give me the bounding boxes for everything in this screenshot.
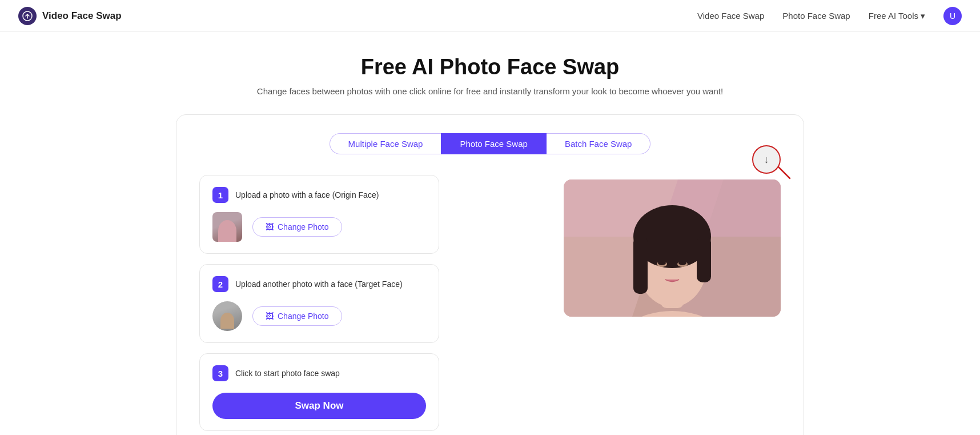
nav-video-face-swap[interactable]: Video Face Swap: [697, 11, 764, 21]
svg-point-16: [658, 261, 666, 265]
step-2-num: 2: [212, 276, 228, 292]
step-2-content: 🖼 Change Photo: [212, 301, 426, 331]
step-1-header: 1 Upload a photo with a face (Origin Fac…: [212, 187, 426, 203]
nav-photo-face-swap[interactable]: Photo Face Swap: [782, 11, 850, 21]
step-2-box: 2 Upload another photo with a face (Targ…: [199, 264, 439, 343]
target-face-thumbnail: [212, 301, 242, 331]
step-3-num: 3: [212, 365, 228, 381]
image-icon-1: 🖼: [266, 222, 274, 232]
page-title: Free AI Photo Face Swap: [361, 55, 620, 79]
nav-free-ai-tools[interactable]: Free AI Tools ▾: [869, 11, 925, 21]
chevron-down-icon: ▾: [921, 11, 925, 21]
tabs-row: Multiple Face Swap Photo Face Swap Batch…: [199, 133, 781, 154]
logo-icon: [18, 7, 37, 25]
main-card: Multiple Face Swap Photo Face Swap Batch…: [176, 114, 804, 435]
two-col-layout: 1 Upload a photo with a face (Origin Fac…: [199, 175, 781, 431]
step-1-label: Upload a photo with a face (Origin Face): [235, 190, 379, 199]
svg-point-17: [678, 261, 686, 265]
left-col: 1 Upload a photo with a face (Origin Fac…: [199, 175, 439, 431]
logo-title: Video Face Swap: [42, 10, 122, 22]
step-2-label: Upload another photo with a face (Target…: [235, 280, 403, 289]
download-icon: ↓: [764, 154, 769, 166]
step-2-header: 2 Upload another photo with a face (Targ…: [212, 276, 426, 292]
nav: Video Face Swap Photo Face Swap Free AI …: [697, 7, 962, 25]
step-3-header: 3 Click to start photo face swap: [212, 365, 426, 381]
tab-photo-face-swap[interactable]: Photo Face Swap: [441, 133, 546, 154]
tab-batch-face-swap[interactable]: Batch Face Swap: [547, 133, 651, 154]
change-photo-btn-1[interactable]: 🖼 Change Photo: [252, 217, 342, 237]
header: Video Face Swap Video Face Swap Photo Fa…: [0, 0, 980, 32]
swap-now-button[interactable]: Swap Now: [212, 393, 426, 419]
step-3-box: 3 Click to start photo face swap Swap No…: [199, 353, 439, 431]
result-image-svg: [564, 179, 781, 317]
page-subtitle: Change faces between photos with one cli…: [257, 86, 723, 96]
step-3-label: Click to start photo face swap: [235, 369, 340, 378]
svg-rect-12: [633, 237, 648, 294]
origin-face-thumbnail: [212, 212, 242, 242]
step-1-content: 🖼 Change Photo: [212, 212, 426, 242]
download-button[interactable]: ↓: [752, 145, 781, 174]
svg-rect-13: [697, 237, 711, 282]
step-1-box: 1 Upload a photo with a face (Origin Fac…: [199, 175, 439, 254]
result-image: [564, 179, 781, 317]
step-1-num: 1: [212, 187, 228, 203]
tab-multiple-face-swap[interactable]: Multiple Face Swap: [330, 133, 441, 154]
right-col: ↓: [467, 175, 781, 317]
image-icon-2: 🖼: [266, 312, 274, 321]
user-avatar[interactable]: U: [943, 7, 962, 25]
change-photo-btn-2[interactable]: 🖼 Change Photo: [252, 306, 342, 326]
main-content: Free AI Photo Face Swap Change faces bet…: [0, 32, 980, 435]
logo-area: Video Face Swap: [18, 7, 122, 25]
